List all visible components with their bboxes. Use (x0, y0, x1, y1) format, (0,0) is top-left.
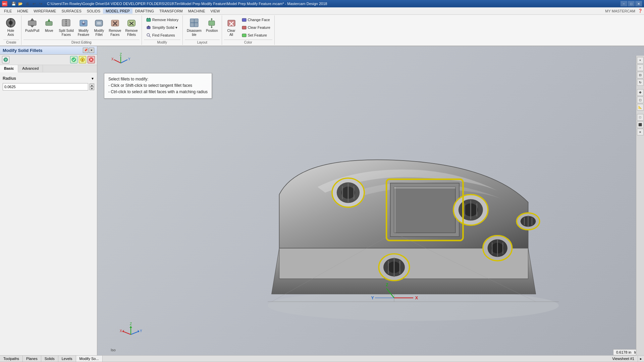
rt-view2[interactable]: ⬛ (637, 121, 644, 128)
svg-rect-40 (242, 18, 246, 21)
iso-label: Iso (111, 348, 116, 352)
simplify-solid-icon (146, 25, 151, 30)
remove-fillets-icon (126, 17, 137, 28)
my-mastercam-label[interactable]: MY MASTERCAM (605, 9, 635, 13)
modify-fillet-btn[interactable]: ModifyFillet (92, 16, 106, 38)
split-solid-faces-btn[interactable]: Split SolidFaces (57, 16, 75, 38)
help-btn[interactable]: ❓ (638, 9, 643, 13)
modify-col: Remove History Simplify Solid ▾ Find Fea… (144, 16, 180, 39)
menu-modelprep[interactable]: MODEL PREP (103, 8, 132, 14)
hole-axis-icon (5, 17, 16, 28)
svg-text:Z: Z (120, 53, 122, 56)
tab-basic[interactable]: Basic (0, 65, 18, 72)
btab-levels[interactable]: Levels (58, 356, 76, 362)
set-feature-btn[interactable]: Set Feature (239, 32, 272, 39)
menu-drafting[interactable]: DRAFTING (132, 8, 157, 14)
viewport[interactable]: Select fillets to modify: - Click or Shi… (97, 46, 644, 355)
modify-feature-icon (78, 17, 89, 28)
remove-faces-icon (110, 17, 120, 28)
radius-arrow[interactable]: ▼ (91, 77, 94, 80)
menu-wireframe[interactable]: WIREFRAME (31, 8, 59, 14)
quick-access-toolbar: 💾 📂 🖨 ↩ ↪ (9, 1, 45, 7)
maximize-btn[interactable]: □ (628, 1, 635, 6)
panel-cancel-btn[interactable] (88, 56, 95, 63)
find-features-label: Find Features (152, 33, 175, 37)
rt-rotate[interactable]: ↻ (637, 79, 644, 86)
rt-zoom-in[interactable]: + (637, 57, 644, 64)
btab-toolpaths[interactable]: Toolpaths (0, 356, 23, 362)
btab-planes[interactable]: Planes (23, 356, 41, 362)
radius-spin-up[interactable]: ▲ (90, 83, 94, 87)
btab-modify-so[interactable]: Modify So... (76, 356, 103, 362)
ribbon-group-color-items: ClearAll Change Face Clear Feature (224, 16, 272, 39)
menu-right: MY MASTERCAM ❓ (605, 9, 643, 13)
radius-spinner: ▲ ▼ (90, 83, 94, 90)
svg-text:Y: Y (128, 57, 130, 61)
btab-viewsheet[interactable]: Viewsheet #1 (609, 356, 638, 362)
svg-text:X: X (120, 329, 122, 333)
panel-close-btn[interactable]: ✕ (89, 48, 94, 53)
position-btn[interactable]: Position (204, 16, 220, 34)
panel-warn-btn[interactable]: ! (79, 56, 86, 63)
rt-pan[interactable]: ✥ (637, 89, 644, 96)
move-btn[interactable]: Move (42, 16, 56, 34)
menu-home[interactable]: HOME (14, 8, 31, 14)
clear-feature-btn[interactable]: Clear Feature (239, 24, 272, 31)
svg-text:Z: Z (386, 283, 388, 287)
menu-solids[interactable]: SOLIDS (84, 8, 103, 14)
tab-advanced[interactable]: Advanced (18, 65, 43, 72)
position-icon (207, 17, 217, 28)
radius-input-row: ▲ ▼ (3, 83, 94, 90)
undo-btn[interactable]: ↩ (31, 1, 37, 7)
panel-header-buttons: 📌 ✕ (83, 48, 94, 53)
svg-line-52 (114, 60, 121, 63)
rt-measure[interactable]: 📐 (637, 104, 644, 111)
position-label: Position (206, 29, 218, 33)
remove-history-btn[interactable]: Remove History (144, 16, 180, 23)
simplify-solid-btn[interactable]: Simplify Solid ▾ (144, 24, 180, 31)
remove-fillets-btn[interactable]: RemoveFillets (123, 16, 139, 38)
panel-help-btn[interactable]: ? (2, 56, 9, 63)
btab-add[interactable]: ▸ (638, 356, 644, 362)
panel-pin-btn[interactable]: 📌 (83, 48, 88, 53)
rt-view3[interactable]: ≡ (637, 129, 644, 135)
svg-line-27 (149, 36, 151, 37)
hole-axis-btn[interactable]: HoleAxis (3, 16, 18, 38)
rt-fit[interactable]: ⊡ (637, 72, 644, 78)
print-btn[interactable]: 🖨 (24, 1, 30, 7)
rt-zoom-out[interactable]: − (637, 64, 644, 71)
ribbon: HoleAxis Create Push/Pull Move (0, 15, 644, 46)
svg-marker-5 (30, 25, 34, 27)
clear-feature-label: Clear Feature (248, 25, 270, 29)
set-feature-label: Set Feature (248, 33, 267, 37)
menu-transform[interactable]: TRANSFORM (157, 8, 185, 14)
svg-point-26 (147, 34, 150, 36)
minimize-btn[interactable]: − (621, 1, 627, 6)
pushpull-btn[interactable]: Push/Pull (23, 16, 41, 34)
svg-rect-30 (190, 23, 194, 27)
save-btn[interactable]: 💾 (11, 1, 17, 7)
open-btn[interactable]: 📂 (17, 1, 23, 7)
radius-spin-down[interactable]: ▼ (90, 87, 94, 90)
ribbon-group-direct-editing-items: Push/Pull Move Split SolidFaces (23, 16, 140, 39)
rt-select[interactable]: ◻ (637, 97, 644, 103)
modify-feature-btn[interactable]: ModifyFeature (76, 16, 91, 38)
find-features-btn[interactable]: Find Features (144, 32, 180, 39)
change-face-btn[interactable]: Change Face (239, 16, 272, 23)
disassemble-btn[interactable]: Disassemble (185, 16, 204, 38)
close-btn[interactable]: ✕ (635, 1, 642, 6)
right-toolbar: + − ⊡ ↻ ✥ ◻ 📐 □ ⬛ ≡ (636, 56, 644, 355)
left-panel: Modify Solid Fillets 📌 ✕ ? ! Basic Advan (0, 46, 97, 355)
remove-faces-btn[interactable]: RemoveFaces (107, 16, 123, 38)
btab-solids[interactable]: Solids (41, 356, 58, 362)
menu-file[interactable]: FILE (1, 8, 14, 14)
redo-btn[interactable]: ↪ (38, 1, 44, 7)
menu-view[interactable]: VIEW (208, 8, 223, 14)
rt-view1[interactable]: □ (637, 114, 644, 121)
panel-ok-btn[interactable] (70, 56, 77, 63)
menu-machine[interactable]: MACHINE (185, 8, 208, 14)
create-group-label: Create (3, 40, 19, 44)
clear-all-btn[interactable]: ClearAll (224, 16, 239, 38)
menu-surfaces[interactable]: SURFACES (59, 8, 84, 14)
radius-input[interactable] (3, 83, 88, 90)
